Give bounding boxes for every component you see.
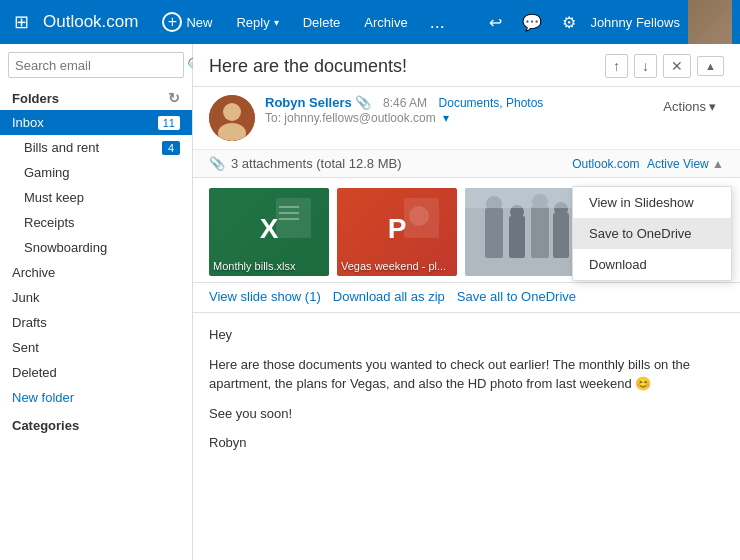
content-area: Here are the documents! ↑ ↓ ✕ ▲ <box>193 44 740 560</box>
user-avatar[interactable] <box>688 0 732 44</box>
actions-button[interactable]: Actions ▾ <box>655 95 724 118</box>
attachments-right: Outlook.com Active View ▲ <box>572 157 724 171</box>
svg-point-8 <box>409 206 429 226</box>
download-zip-link[interactable]: Download all as zip <box>333 289 445 304</box>
grid-icon-button[interactable]: ⊞ <box>8 5 35 39</box>
svg-rect-16 <box>553 213 569 258</box>
settings-icon-button[interactable]: ⚙ <box>556 7 582 38</box>
more-actions-button[interactable]: ... <box>424 8 451 37</box>
svg-rect-5 <box>279 212 299 214</box>
attachments-info: 📎 3 attachments (total 12.8 MB) <box>209 156 402 171</box>
archive-button[interactable]: Archive <box>356 9 415 36</box>
email-header-actions: ↑ ↓ ✕ ▲ <box>605 54 724 78</box>
expand-to-icon[interactable]: ▾ <box>443 111 449 125</box>
reply-button[interactable]: Reply ▾ <box>228 9 286 36</box>
reply-dropdown-arrow: ▾ <box>274 17 279 28</box>
chat-icon-button[interactable]: 💬 <box>516 7 548 38</box>
categories-header: Categories <box>0 414 192 437</box>
context-menu-download[interactable]: Download <box>573 249 731 280</box>
excel-file-preview <box>271 198 321 238</box>
sender-row: Robyn Sellers 📎 8:46 AM Documents, Photo… <box>193 87 740 150</box>
svg-rect-10 <box>485 208 503 258</box>
svg-point-1 <box>223 103 241 121</box>
send-time: 8:46 AM <box>383 96 427 110</box>
attachment-photo[interactable] <box>465 188 585 276</box>
attachments-chevron[interactable]: ▲ <box>712 157 724 171</box>
delete-button[interactable]: Delete <box>295 9 349 36</box>
actions-dropdown-icon: ▾ <box>709 99 716 114</box>
svg-rect-12 <box>509 216 525 258</box>
outlook-label: Outlook.com <box>572 157 639 171</box>
sidebar-item-junk[interactable]: Junk <box>0 285 192 310</box>
sidebar-item-bills[interactable]: Bills and rent 4 <box>0 135 192 160</box>
user-profile[interactable]: Johnny Fellows <box>590 15 680 30</box>
ppt-file-preview <box>399 198 449 238</box>
sender-to: To: johnny.fellows@outlook.com <box>265 111 436 125</box>
context-menu-onedrive[interactable]: Save to OneDrive <box>573 218 731 249</box>
attachments-count: 3 attachments (total 12.8 MB) <box>231 156 402 171</box>
active-view-link[interactable]: Active View <box>647 157 709 171</box>
folders-header: Folders ↻ <box>0 86 192 110</box>
inbox-badge: 11 <box>158 116 180 130</box>
app-logo: Outlook.com <box>43 12 138 32</box>
sidebar-item-deleted[interactable]: Deleted <box>0 360 192 385</box>
sidebar-item-snowboarding[interactable]: Snowboarding <box>0 235 192 260</box>
topbar: ⊞ Outlook.com + New Reply ▾ Delete Archi… <box>0 0 740 44</box>
plus-icon: + <box>162 12 182 32</box>
sidebar: 🔍 Folders ↻ Inbox 11 Bills and rent 4 Ga… <box>0 44 193 560</box>
attachment-indicator: 📎 <box>355 95 375 110</box>
attachments-grid: X Monthly bills.xlsx P Vegas weekend - p… <box>193 178 740 283</box>
svg-rect-18 <box>465 188 585 208</box>
attachment-ppt[interactable]: P Vegas weekend - pl... <box>337 188 457 276</box>
sidebar-item-must-keep[interactable]: Must keep <box>0 185 192 210</box>
attachments-bar: 📎 3 attachments (total 12.8 MB) Outlook.… <box>193 150 740 178</box>
attachment-excel[interactable]: X Monthly bills.xlsx <box>209 188 329 276</box>
search-input[interactable] <box>15 58 183 73</box>
new-folder-link[interactable]: New folder <box>0 385 192 410</box>
sender-name[interactable]: Robyn Sellers <box>265 95 352 110</box>
email-body: Hey Here are those documents you wanted … <box>193 313 740 560</box>
excel-thumb-label: Monthly bills.xlsx <box>213 260 325 272</box>
sidebar-item-receipts[interactable]: Receipts <box>0 210 192 235</box>
email-header: Here are the documents! ↑ ↓ ✕ ▲ <box>193 44 740 87</box>
expand-button[interactable]: ▲ <box>697 56 724 76</box>
sender-avatar-image <box>209 95 255 141</box>
attach-actions: View slide show (1) Download all as zip … <box>193 283 740 313</box>
ppt-thumb-label: Vegas weekend - pl... <box>341 260 453 272</box>
sidebar-item-sent[interactable]: Sent <box>0 335 192 360</box>
save-onedrive-link[interactable]: Save all to OneDrive <box>457 289 576 304</box>
undo-icon-button[interactable]: ↩ <box>483 7 508 38</box>
context-menu-slideshow[interactable]: View in Slideshow <box>573 187 731 218</box>
bills-badge: 4 <box>162 141 180 155</box>
sender-avatar <box>209 95 255 141</box>
email-subject: Here are the documents! <box>209 56 407 77</box>
svg-rect-14 <box>531 206 549 258</box>
svg-rect-6 <box>279 218 299 220</box>
body-signature: Robyn <box>209 433 724 453</box>
new-button[interactable]: + New <box>154 6 220 38</box>
sidebar-item-drafts[interactable]: Drafts <box>0 310 192 335</box>
view-slideshow-link[interactable]: View slide show (1) <box>209 289 321 304</box>
close-button[interactable]: ✕ <box>663 54 691 78</box>
context-menu: View in Slideshow Save to OneDrive Downl… <box>572 186 732 281</box>
sidebar-item-inbox[interactable]: Inbox 11 <box>0 110 192 135</box>
user-name: Johnny Fellows <box>590 15 680 30</box>
sender-to-line: To: johnny.fellows@outlook.com ▾ <box>265 110 645 125</box>
sender-details: Robyn Sellers 📎 8:46 AM Documents, Photo… <box>265 95 645 125</box>
sender-categories[interactable]: Documents, Photos <box>439 96 544 110</box>
svg-rect-4 <box>279 206 299 208</box>
body-text: Here are those documents you wanted to c… <box>209 355 724 394</box>
sidebar-item-archive[interactable]: Archive <box>0 260 192 285</box>
sender-info-line: Robyn Sellers 📎 8:46 AM Documents, Photo… <box>265 95 645 110</box>
main-layout: 🔍 Folders ↻ Inbox 11 Bills and rent 4 Ga… <box>0 44 740 560</box>
down-arrow-button[interactable]: ↓ <box>634 54 657 78</box>
up-arrow-button[interactable]: ↑ <box>605 54 628 78</box>
body-greeting: Hey <box>209 325 724 345</box>
search-box[interactable]: 🔍 <box>8 52 184 78</box>
sidebar-item-gaming[interactable]: Gaming <box>0 160 192 185</box>
photo-preview <box>465 188 585 276</box>
refresh-icon[interactable]: ↻ <box>168 90 180 106</box>
body-closing: See you soon! <box>209 404 724 424</box>
paperclip-icon: 📎 <box>209 156 225 171</box>
